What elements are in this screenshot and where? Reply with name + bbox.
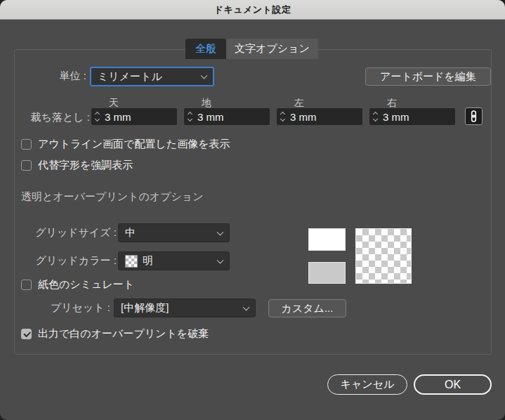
preset-label: プリセット : [14, 301, 110, 315]
bleed-bottom-field[interactable]: 3 mm [184, 108, 270, 125]
dialog-title: ドキュメント設定 [214, 4, 291, 16]
title-bar[interactable]: ドキュメント設定 [0, 0, 505, 20]
edit-artboards-button-label: アートボードを編集 [380, 70, 476, 84]
highlight-substituted-glyphs-checkbox[interactable] [21, 160, 32, 171]
chevron-down-icon [217, 228, 224, 235]
stepper-icon[interactable] [369, 108, 381, 125]
units-select[interactable]: ミリメートル [90, 67, 214, 86]
chevron-down-icon [201, 72, 208, 79]
bleed-right-field[interactable]: 3 mm [369, 108, 455, 125]
stepper-icon[interactable] [184, 108, 195, 125]
show-images-in-outline-label: アウトライン画面で配置した画像を表示 [38, 138, 230, 151]
bleed-bottom-value[interactable]: 3 mm [195, 111, 224, 123]
tab-general-label: 全般 [195, 42, 216, 55]
discard-white-overprint-label: 出力で白のオーバープリントを破棄 [38, 327, 209, 341]
transparency-grid-preview [355, 228, 412, 284]
grid-color-label: グリッドカラー : [14, 254, 117, 268]
tab-type-options[interactable]: 文字オプション [226, 39, 318, 59]
custom-button[interactable]: カスタム... [268, 299, 346, 317]
cancel-button[interactable]: キャンセル [327, 374, 407, 395]
stepper-down-icon[interactable] [280, 117, 284, 122]
grid-size-select-value: 中 [125, 226, 136, 239]
grid-color-select[interactable]: 明 [118, 251, 230, 270]
stepper-icon[interactable] [277, 108, 288, 125]
document-setup-dialog: ドキュメント設定 全般 文字オプション 単位 : ミリメートル アートボードを編… [0, 0, 505, 420]
link-bleed-values-button[interactable] [465, 107, 483, 125]
custom-button-label: カスタム... [282, 302, 334, 315]
simulate-paper-checkbox[interactable] [21, 280, 32, 290]
grid-size-select[interactable]: 中 [118, 223, 230, 242]
bleed-left-value[interactable]: 3 mm [288, 111, 317, 123]
checkerboard-icon [125, 255, 138, 268]
units-select-value: ミリメートル [98, 70, 162, 84]
bleed-left-field[interactable]: 3 mm [277, 108, 362, 125]
bleed-top-value[interactable]: 3 mm [103, 111, 131, 123]
chain-link-icon [469, 110, 478, 122]
chevron-down-icon [243, 303, 250, 310]
tab-type-options-label: 文字オプション [235, 42, 310, 55]
tab-general[interactable]: 全般 [185, 39, 226, 59]
preset-select[interactable]: [中解像度] [114, 298, 256, 317]
discard-white-overprint-checkbox[interactable] [21, 329, 32, 339]
ok-button[interactable]: OK [414, 374, 492, 395]
paper-white-swatch [308, 228, 346, 251]
stepper-down-icon[interactable] [94, 117, 99, 122]
transparency-section-title: 透明とオーバープリントのオプション [21, 190, 204, 204]
simulate-paper-label: 紙色のシミュレート [38, 278, 134, 291]
grid-color-select-value: 明 [143, 254, 153, 268]
bleed-top-field[interactable]: 3 mm [91, 108, 177, 125]
grid-size-label: グリッドサイズ : [14, 226, 117, 239]
paper-gray-swatch [308, 262, 346, 284]
preset-select-value: [中解像度] [121, 301, 169, 315]
highlight-substituted-glyphs-row[interactable]: 代替字形を強調表示 [21, 159, 133, 172]
discard-white-overprint-row[interactable]: 出力で白のオーバープリントを破棄 [21, 327, 209, 341]
highlight-substituted-glyphs-label: 代替字形を強調表示 [38, 159, 133, 172]
bleed-right-value[interactable]: 3 mm [381, 111, 409, 123]
show-images-in-outline-row[interactable]: アウトライン画面で配置した画像を表示 [21, 138, 230, 151]
stepper-down-icon[interactable] [187, 117, 192, 122]
units-label: 単位 : [14, 70, 86, 83]
bleed-label: 裁ち落とし : [14, 111, 90, 124]
stepper-down-icon[interactable] [372, 117, 377, 122]
edit-artboards-button[interactable]: アートボードを編集 [365, 67, 491, 86]
show-images-in-outline-checkbox[interactable] [21, 139, 32, 150]
stepper-icon[interactable] [91, 108, 103, 125]
ok-button-label: OK [445, 379, 461, 391]
chevron-down-icon [217, 256, 224, 263]
simulate-paper-row[interactable]: 紙色のシミュレート [21, 278, 134, 291]
cancel-button-label: キャンセル [341, 378, 395, 391]
